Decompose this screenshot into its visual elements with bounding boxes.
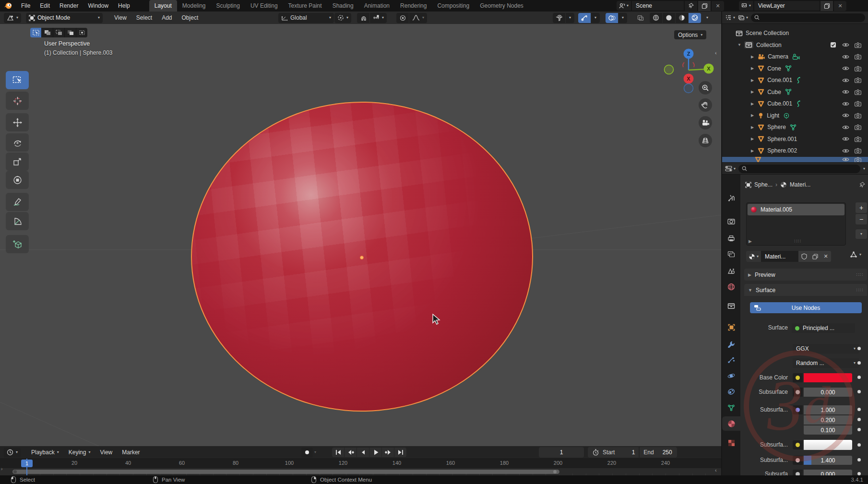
options-button[interactable]: Options ▾ <box>674 30 706 39</box>
transform-orientation[interactable]: Global ▾ <box>278 13 334 23</box>
unlink-material-icon[interactable]: ✕ <box>820 251 831 262</box>
workspace-tab-texture-paint[interactable]: Texture Paint <box>283 0 327 12</box>
properties-tab-collection-props[interactable] <box>722 299 740 313</box>
hide-eye-icon[interactable] <box>842 42 849 47</box>
prev-keyframe-button[interactable] <box>345 448 357 457</box>
shading-dropdown[interactable]: ▾ <box>703 13 712 23</box>
outliner-item-label[interactable]: Light <box>767 112 779 119</box>
subsurface-aniso-slider[interactable]: 0.000 <box>804 470 852 475</box>
keyframe-dot[interactable] <box>857 408 861 411</box>
new-viewlayer-icon[interactable] <box>820 1 833 11</box>
select-mode-intersect-icon[interactable] <box>76 28 87 37</box>
rotate-tool-button[interactable] <box>6 133 29 152</box>
current-frame-badge[interactable]: 1 <box>21 460 33 467</box>
use-nodes-button[interactable]: Use Nodes <box>750 302 862 313</box>
viewlayer-name-field[interactable]: ViewLayer <box>754 1 820 11</box>
preview-panel-header[interactable]: ▶ Preview ∷∷ <box>744 269 867 281</box>
menu-help[interactable]: Help <box>113 2 135 9</box>
disclosure-closed-icon[interactable]: ▶ <box>751 137 754 141</box>
scene-collection-label[interactable]: Scene Collection <box>746 30 789 36</box>
viewlayer-browse-button[interactable]: ▾ <box>739 1 753 11</box>
hide-eye-icon[interactable] <box>842 54 849 59</box>
surface-panel-header[interactable]: ▼ Surface ∷∷ <box>744 284 867 296</box>
pin-icon[interactable] <box>685 1 697 11</box>
keyframe-dot[interactable] <box>857 376 861 379</box>
collapse-sidebar-chevron[interactable]: ‹ <box>715 50 717 56</box>
outliner-item-label[interactable]: Camera <box>768 53 788 60</box>
timeline-menu-marker[interactable]: Marker <box>117 449 144 456</box>
snap-toggle-magnet-icon[interactable] <box>357 13 369 23</box>
hide-eye-icon[interactable] <box>842 125 849 130</box>
disclosure-closed-icon[interactable]: ▶ <box>751 149 754 153</box>
timeline-menu-playback[interactable]: Playback▾ <box>26 449 64 456</box>
workspace-tab-modeling[interactable]: Modeling <box>177 0 211 12</box>
panel-grip[interactable]: ∷∷ <box>856 287 863 293</box>
collapse-region-chevron[interactable]: ‹ <box>715 467 717 473</box>
timeline-menu-keying[interactable]: Keying▾ <box>64 449 95 456</box>
base-color-swatch[interactable] <box>804 373 852 382</box>
overlays-dropdown[interactable]: ▾ <box>618 13 627 23</box>
disclosure-closed-icon[interactable]: ▶ <box>751 66 754 71</box>
properties-editor-selector[interactable]: ▾ <box>725 165 736 172</box>
keying-dropdown[interactable]: ▾ <box>314 450 316 454</box>
properties-tab-output[interactable] <box>722 231 740 246</box>
show-overlays-icon[interactable] <box>606 13 618 23</box>
viewport-3d[interactable]: User Perspective (1) Collection | Sphere… <box>0 24 721 446</box>
outliner-item-label[interactable]: Cone <box>767 65 781 72</box>
pan-view-button[interactable] <box>699 98 712 112</box>
disclosure-closed-icon[interactable]: ▶ <box>751 90 754 94</box>
select-mode-subtract-icon[interactable] <box>53 28 65 37</box>
subsurface-method-dropdown[interactable]: Random ...▾ <box>793 358 859 368</box>
outliner-selected-row[interactable] <box>722 157 868 163</box>
properties-tab-render[interactable] <box>722 214 740 229</box>
pin-icon[interactable] <box>859 182 865 188</box>
hide-eye-icon[interactable] <box>842 101 849 106</box>
keyframe-dot[interactable] <box>857 418 861 421</box>
slot-specials-dropdown[interactable]: ▾ <box>856 229 867 239</box>
subsurface-value-slider[interactable]: 0.000 <box>804 388 852 397</box>
properties-tab-tool[interactable] <box>722 191 740 205</box>
expand-region-chevron[interactable]: › <box>1 466 2 472</box>
viewport-menu-object[interactable]: Object <box>177 14 203 21</box>
keyframe-dot[interactable] <box>857 390 861 393</box>
move-tool-button[interactable] <box>6 113 29 131</box>
workspace-tab-animation[interactable]: Animation <box>359 0 395 12</box>
viewport-menu-select[interactable]: Select <box>131 14 157 21</box>
collection-checkbox[interactable] <box>830 42 836 48</box>
render-visibility-icon[interactable] <box>855 101 861 106</box>
pivot-point-selector[interactable]: ▾ <box>334 13 351 23</box>
workspace-tab-layout[interactable]: Layout <box>149 0 177 12</box>
render-visibility-icon[interactable] <box>855 148 861 153</box>
keyframe-dot[interactable] <box>857 347 861 350</box>
scrollbar-right-handle[interactable] <box>553 470 557 473</box>
radius-y-field[interactable]: 0.200 <box>804 415 852 425</box>
expand-icon[interactable]: ▶ <box>749 239 752 244</box>
play-button[interactable] <box>369 448 381 457</box>
menu-render[interactable]: Render <box>55 2 83 9</box>
delete-scene-icon[interactable]: ✕ <box>712 1 724 11</box>
outliner-item-label[interactable]: Cone.001 <box>767 77 792 83</box>
subsurface-aniso-socket[interactable] <box>793 470 803 475</box>
object-visibility-icon[interactable] <box>553 13 565 23</box>
workspace-tab-compositing[interactable]: Compositing <box>432 0 475 12</box>
prev-frame-button[interactable] <box>357 448 369 457</box>
jump-to-start-button[interactable] <box>332 448 344 457</box>
hide-eye-icon[interactable] <box>842 113 849 118</box>
properties-search-input[interactable] <box>738 165 860 173</box>
outliner-display-mode[interactable]: ▾ <box>738 15 748 21</box>
render-visibility-icon[interactable] <box>855 113 861 118</box>
outliner-item-label[interactable]: Sphere.002 <box>767 147 797 154</box>
properties-tab-scene[interactable] <box>722 264 740 278</box>
cursor-tool-button[interactable] <box>6 92 29 110</box>
subsurface-socket[interactable] <box>793 388 803 397</box>
shading-material-icon[interactable] <box>676 13 688 23</box>
resize-grip[interactable]: ∷∷ <box>794 238 801 244</box>
hide-eye-icon[interactable] <box>842 66 849 71</box>
scene-browse-button[interactable]: ▾ <box>617 1 631 11</box>
select-mode-extend-icon[interactable] <box>42 28 53 37</box>
add-cube-tool-button[interactable] <box>6 235 29 253</box>
select-mode-new-icon[interactable] <box>30 28 42 37</box>
menu-file[interactable]: File <box>16 2 35 9</box>
keyframe-dot[interactable] <box>857 443 861 447</box>
fake-user-shield-icon[interactable] <box>798 251 809 262</box>
